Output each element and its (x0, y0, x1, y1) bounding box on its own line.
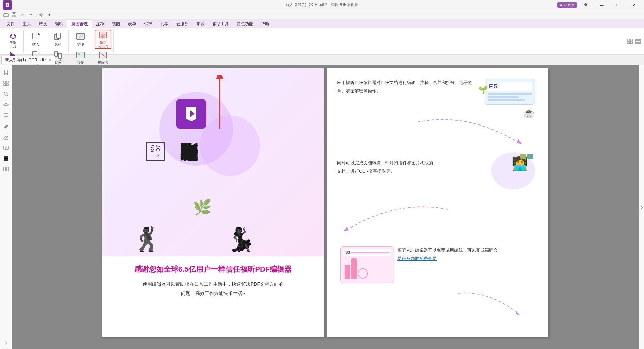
right-panel-toggle[interactable]: ❯ (639, 65, 644, 349)
main-content: JOINUS 欢迎来到福昕 🕺 💃 🌿 感谢您如全球6.5亿用户一样信任福昕PD… (0, 65, 644, 349)
save-icon[interactable] (11, 11, 17, 18)
svg-rect-55 (636, 43, 640, 44)
svg-rect-4 (12, 15, 16, 17)
insert-label: 插入 (32, 42, 39, 46)
tab-file[interactable]: 文件 (3, 20, 19, 28)
is3-illustration: IS3 (340, 246, 394, 283)
tea-cup-icon: ☕ (485, 107, 535, 118)
svg-rect-52 (630, 42, 632, 44)
maximize-btn[interactable]: □ (610, 0, 625, 10)
tab-edit[interactable]: 编辑 (51, 20, 67, 28)
list-view-icon[interactable] (635, 38, 641, 45)
open-icon[interactable] (3, 11, 9, 18)
format-bates-btn[interactable]: 格式贝码 格式化贝码 (95, 30, 111, 49)
tab-page-manage[interactable]: 页面管理 (67, 19, 92, 28)
tab-tools[interactable]: 辅助工具 (209, 20, 233, 28)
svg-rect-59 (6, 84, 8, 86)
dashed-arrow-1 (414, 119, 522, 150)
svg-rect-3 (13, 12, 15, 14)
tab-cloud[interactable]: 云服务 (172, 20, 193, 28)
dropdown-arrow-icon[interactable]: ▼ (46, 11, 53, 18)
svg-point-60 (4, 92, 7, 95)
page1-desc2: 问题，高效工作方能快乐生活~ (119, 289, 307, 298)
pdf-view[interactable]: JOINUS 欢迎来到福昕 🕺 💃 🌿 感谢您如全球6.5亿用户一样信任福昕PD… (12, 65, 639, 349)
user-badge: A - Sh3n (557, 2, 577, 8)
tab-purchase[interactable]: 加购 (193, 20, 209, 28)
svg-rect-67 (4, 158, 8, 159)
ribbon-right (627, 38, 641, 45)
undo-icon[interactable]: ↩ (19, 11, 25, 18)
sidebar-attachment-icon[interactable] (1, 121, 11, 131)
app-logo (3, 0, 12, 10)
doc-tab-name: 新人引导(1)_OCR.pdf * (5, 57, 47, 63)
svg-rect-58 (4, 84, 6, 86)
ribbon-toolbar: 手型工具 选择工具 插入 删除 提取 (0, 28, 644, 55)
background-icon (75, 50, 86, 60)
svg-rect-54 (636, 41, 640, 42)
titlebar: 新人引导(1)_OCR.pdf * - 福昕PDF编辑器 A - Sh3n ⚙ … (0, 0, 644, 10)
doc-tab-active[interactable]: 新人引导(1)_OCR.pdf * ✕ (1, 56, 55, 64)
add-tab-btn[interactable]: + (56, 56, 65, 64)
pdf-page-2: ES ☕ 🌱 应用福昕PDF编辑器对PDF文档进行编辑、注释、 (327, 68, 548, 337)
redo-icon[interactable]: ↪ (27, 11, 34, 18)
svg-rect-51 (628, 42, 630, 44)
quick-access-toolbar: ↩ ↪ ▼ (0, 10, 644, 19)
leaf-decoration: 🌿 (193, 198, 212, 216)
doc-tab-close-btn[interactable]: ✕ (49, 58, 51, 62)
tab-convert[interactable]: 转换 (35, 20, 51, 28)
tab-share[interactable]: 共享 (156, 20, 172, 28)
tab-view[interactable]: 视图 (108, 20, 124, 28)
sidebar-annotation-icon[interactable] (1, 111, 11, 120)
human-right-figure: 💃 (226, 226, 256, 253)
copy-label: 复制 (55, 42, 61, 46)
close-btn[interactable]: ✕ (627, 0, 641, 10)
svg-line-61 (7, 95, 8, 96)
sidebar-compare-icon[interactable] (1, 164, 11, 174)
copy-icon (53, 31, 63, 42)
minimize-btn[interactable]: — (594, 0, 609, 10)
tab-help[interactable]: 帮助 (257, 20, 273, 28)
hand-tool-btn[interactable]: 手型工具 (5, 30, 21, 49)
page2-section2-text: 同时可以完成文档转换，针对扫描件和图片构成的 文档，进行OCR文字提取等。 (337, 159, 478, 176)
sidebar-search-icon[interactable] (1, 89, 11, 99)
svg-point-34 (78, 53, 80, 55)
more-ops-group: 复制 替换 拆分 交换 旋转页面 (48, 30, 69, 53)
sidebar-redact-icon[interactable] (1, 154, 11, 163)
page1-text-area: 感谢您如全球6.5亿用户一样信任福昕PDF编辑器 使用编辑器可以帮助您在日常工作… (102, 256, 324, 305)
sidebar-form-icon[interactable] (1, 143, 11, 152)
watermark-btn[interactable]: 水印 水印 (72, 30, 89, 48)
tab-form[interactable]: 表单 (124, 20, 140, 28)
svg-rect-57 (6, 81, 8, 83)
tab-protect[interactable]: 保护 (140, 20, 156, 28)
insert-btn[interactable]: 插入 (27, 30, 44, 48)
tab-home[interactable]: 主页 (19, 20, 35, 28)
customize-icon[interactable] (38, 11, 45, 18)
hand-icon (8, 30, 18, 40)
background-btn[interactable]: 背景 (72, 48, 89, 66)
sidebar-thumbnail-icon[interactable] (1, 79, 11, 88)
hand-tool-label: 手型工具 (10, 40, 16, 48)
svg-rect-10 (32, 33, 37, 39)
settings-title-btn[interactable]: ⚙ (578, 0, 593, 10)
page-ops-group: 插入 删除 提取 逆页序 重新排列 (25, 30, 46, 53)
grid-view-icon[interactable] (627, 38, 633, 45)
svg-text:格式: 格式 (100, 34, 105, 36)
svg-rect-63 (4, 146, 8, 149)
dashed-arrow-2 (344, 206, 451, 238)
free-member-link[interactable]: 员任务领取免费会员 (397, 256, 437, 261)
deco-circle-2 (200, 115, 260, 176)
sidebar-layers-icon[interactable] (1, 100, 11, 109)
svg-rect-56 (4, 81, 6, 83)
tab-features[interactable]: 特色功能 (233, 20, 257, 28)
sidebar-signature-icon[interactable] (1, 132, 11, 142)
toolbar-divider (36, 12, 36, 17)
sidebar-bookmark-icon[interactable] (1, 68, 11, 77)
stamp-group: 水印 水印 背景 页眉/页脚 001 贝茨码 (70, 30, 91, 53)
sidebar-expand-btn[interactable] (1, 338, 11, 348)
copy-btn[interactable]: 复制 (50, 30, 66, 48)
human-left-figure: 🕺 (132, 226, 162, 253)
ribbon-tabs: 文件 主页 转换 编辑 页面管理 注释 视图 表单 保护 共享 云服务 加购 辅… (0, 19, 644, 28)
tab-annotate[interactable]: 注释 (92, 20, 108, 28)
page1-title: 感谢您如全球6.5亿用户一样信任福昕PDF编辑器 (119, 264, 307, 275)
page2-content: ES ☕ 🌱 应用福昕PDF编辑器对PDF文档进行编辑、注释、 (327, 68, 548, 317)
